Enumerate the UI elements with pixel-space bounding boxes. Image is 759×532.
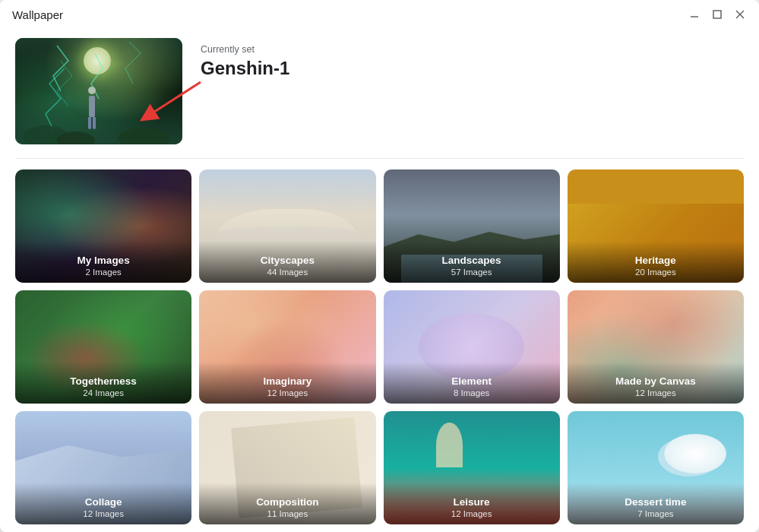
gallery-item-name-heritage: Heritage xyxy=(635,255,676,267)
gallery-item-count-landscapes: 57 Images xyxy=(451,268,492,277)
maximize-button[interactable] xyxy=(710,8,724,21)
gallery-item-name-element: Element xyxy=(451,375,492,388)
current-section: Currently set Genshin-1 xyxy=(15,38,744,144)
current-info: Currently set Genshin-1 xyxy=(201,38,289,79)
gallery-item-name-madebycanvas: Made by Canvas xyxy=(615,375,696,388)
gallery-item-my-images[interactable]: My Images2 Images xyxy=(15,169,191,283)
divider xyxy=(15,158,744,159)
gallery-item-composition[interactable]: Composition11 Images xyxy=(199,411,375,524)
gallery-item-collage[interactable]: Collage12 Images xyxy=(15,411,191,524)
gallery-item-element[interactable]: Element8 Images xyxy=(384,290,560,404)
gallery-item-name-togetherness: Togetherness xyxy=(70,375,137,388)
gallery-item-togetherness[interactable]: Togetherness24 Images xyxy=(15,290,191,404)
gallery-item-landscapes[interactable]: Landscapes57 Images xyxy=(384,169,560,283)
gallery-item-madebycanvas[interactable]: Made by Canvas12 Images xyxy=(568,290,744,404)
gallery-item-count-togetherness: 24 Images xyxy=(83,388,124,397)
minimize-button[interactable] xyxy=(688,8,701,21)
gallery-item-count-heritage: 20 Images xyxy=(635,268,676,277)
window-controls xyxy=(688,8,747,21)
gallery-item-count-collage: 12 Images xyxy=(83,509,124,518)
svg-point-6 xyxy=(118,128,171,144)
gallery-item-name-leisure: Leisure xyxy=(454,496,490,508)
gallery-item-cityscapes[interactable]: Cityscapes44 Images xyxy=(199,169,375,283)
gallery-item-name-my-images: My Images xyxy=(77,255,130,267)
title-bar: Wallpaper xyxy=(0,0,759,26)
gallery-item-count-element: 8 Images xyxy=(454,388,489,397)
gallery-item-name-composition: Composition xyxy=(256,496,319,508)
gallery-item-heritage[interactable]: Heritage20 Images xyxy=(568,169,744,283)
red-arrow xyxy=(132,74,208,124)
gallery-item-desserttime[interactable]: Dessert time7 Images xyxy=(568,411,744,524)
gallery-item-imaginary[interactable]: Imaginary12 Images xyxy=(199,290,375,404)
gallery-item-count-madebycanvas: 12 Images xyxy=(635,388,676,397)
gallery-grid: My Images2 ImagesCityscapes44 ImagesLand… xyxy=(15,169,744,524)
gallery-item-name-desserttime: Dessert time xyxy=(625,496,686,508)
gallery-item-count-cityscapes: 44 Images xyxy=(267,268,308,277)
gallery-item-count-my-images: 2 Images xyxy=(85,268,121,277)
gallery-item-name-imaginary: Imaginary xyxy=(263,375,312,388)
gallery-item-count-imaginary: 12 Images xyxy=(267,388,308,397)
gallery-item-count-desserttime: 7 Images xyxy=(637,509,673,518)
close-button[interactable] xyxy=(733,8,747,21)
svg-line-8 xyxy=(147,82,201,116)
preview-figure xyxy=(88,87,96,129)
currently-set-name: Genshin-1 xyxy=(201,58,289,79)
gallery-item-count-composition: 11 Images xyxy=(267,509,308,518)
svg-rect-1 xyxy=(713,11,721,18)
gallery-item-name-cityscapes: Cityscapes xyxy=(261,255,315,267)
content-area: Currently set Genshin-1 My Images2 Image… xyxy=(0,26,759,532)
gallery-item-name-collage: Collage xyxy=(85,496,122,508)
currently-set-label: Currently set xyxy=(201,44,289,55)
gallery-item-leisure[interactable]: Leisure12 Images xyxy=(384,411,560,524)
gallery-item-count-leisure: 12 Images xyxy=(451,509,492,518)
window-title: Wallpaper xyxy=(12,8,63,21)
wallpaper-window: Wallpaper xyxy=(0,0,759,532)
gallery-item-name-landscapes: Landscapes xyxy=(442,255,501,267)
